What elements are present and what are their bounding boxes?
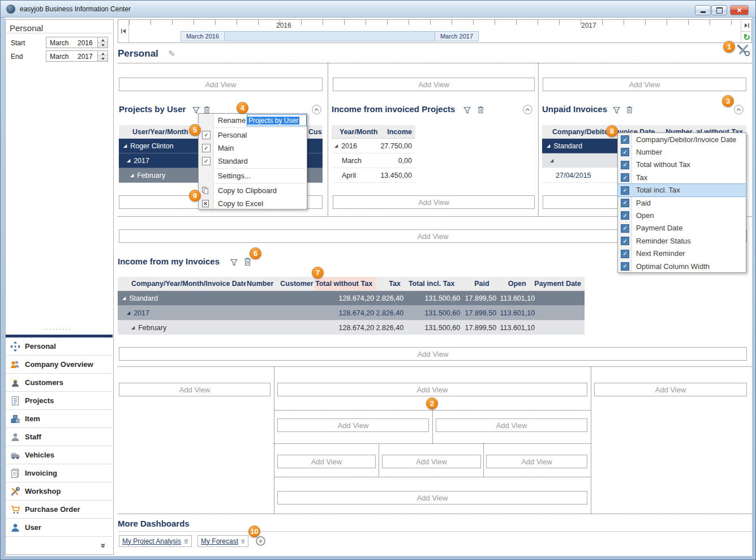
add-view-button[interactable]: Add View <box>594 383 747 396</box>
add-view-button[interactable]: Add View <box>277 491 587 505</box>
menu-item-standard[interactable]: ✓ Standard <box>199 155 307 168</box>
filter-icon[interactable] <box>230 258 238 268</box>
collapse-chevron-button[interactable] <box>523 105 532 117</box>
expander-icon[interactable]: ◢ <box>547 144 550 148</box>
column-header[interactable]: Payment Date <box>530 277 585 290</box>
expander-icon[interactable]: ◢ <box>123 144 127 148</box>
menu-item-column[interactable]: ✓Open <box>618 209 746 221</box>
expand-more-icon[interactable]: » <box>99 543 109 548</box>
checkbox-checked-icon[interactable]: ✓ <box>621 161 629 169</box>
collapse-chevron-button[interactable] <box>734 105 744 117</box>
checkbox-checked-icon[interactable]: ✓ <box>621 199 629 207</box>
checkbox-checked-icon[interactable]: ✓ <box>621 186 629 195</box>
add-view-button[interactable]: Add View <box>277 455 376 468</box>
menu-item-column[interactable]: ✓Next Reminder <box>618 247 746 260</box>
add-view-button[interactable]: Add View <box>486 455 587 468</box>
checkbox-checked-icon[interactable]: ✓ <box>621 262 629 271</box>
add-view-button[interactable]: Add View <box>333 78 535 91</box>
collapse-chevron-button[interactable] <box>312 105 321 117</box>
menu-item-column-highlighted[interactable]: ✓Total incl. Tax <box>618 184 746 196</box>
sidebar-item-company-overview[interactable]: Company Overview <box>6 356 113 374</box>
checkbox-checked-icon[interactable]: ✓ <box>202 131 211 139</box>
checkbox-checked-icon[interactable]: ✓ <box>621 237 629 245</box>
range-end-handle[interactable]: March 2017 <box>435 31 479 41</box>
expander-icon[interactable]: ◢ <box>122 296 126 301</box>
range-start-handle[interactable]: March 2016 <box>181 31 225 41</box>
menu-item-column[interactable]: ✓Total without Tax <box>618 159 746 171</box>
filter-icon[interactable] <box>463 106 471 116</box>
timeline-skip-left-button[interactable] <box>118 19 129 43</box>
menu-item-column[interactable]: ✓Payment Date <box>618 222 746 234</box>
add-view-button[interactable]: Add View <box>436 418 587 432</box>
dashboard-link-my-project-analysis[interactable]: My Project Analysis <box>119 535 192 547</box>
menu-item-column[interactable]: ✓Tax <box>618 171 746 183</box>
menu-item-column[interactable]: ✓Number <box>618 146 746 158</box>
checkbox-checked-icon[interactable]: ✓ <box>621 173 629 182</box>
sidebar-item-invoicing[interactable]: Invoicing <box>6 464 113 482</box>
expander-icon[interactable]: ◢ <box>131 326 135 330</box>
table-row[interactable]: ◢ Standard 128.674,20 2.826,40 131.500,6… <box>118 291 585 306</box>
trash-icon[interactable] <box>243 257 252 268</box>
link-label[interactable]: My Forecast <box>201 537 238 545</box>
add-view-button[interactable]: Add View <box>277 383 587 396</box>
menu-item-rename[interactable]: Rename Projects by User <box>199 114 307 127</box>
expander-icon[interactable]: ◢ <box>334 144 338 148</box>
expander-icon[interactable]: ◢ <box>127 311 130 315</box>
expander-icon[interactable]: ◢ <box>127 159 130 163</box>
splitter-handle[interactable]: ········· <box>35 326 80 332</box>
timeline-skip-right-button[interactable] <box>741 19 752 31</box>
trash-icon[interactable] <box>626 105 633 116</box>
checkbox-checked-icon[interactable]: ✓ <box>621 211 629 220</box>
add-view-button[interactable]: Add View <box>382 455 481 468</box>
menu-item-settings[interactable]: Settings... <box>199 169 307 182</box>
sidebar-item-purchase-order[interactable]: Purchase Order <box>6 501 113 519</box>
trash-icon[interactable] <box>241 537 245 545</box>
add-view-button[interactable]: Add View <box>543 78 746 91</box>
add-view-button[interactable]: Add View <box>333 195 535 209</box>
trash-icon[interactable] <box>477 105 484 116</box>
column-header[interactable]: User/Year/Month <box>119 125 188 138</box>
table-row[interactable]: ◢ 2017 128.674,20 2.826,40 131.500,60 17… <box>118 306 585 320</box>
trash-icon[interactable] <box>184 537 188 545</box>
checkbox-checked-icon[interactable]: ✓ <box>621 224 629 233</box>
table-row[interactable]: April 13.450,00 <box>332 168 415 183</box>
menu-item-column[interactable]: ✓Company/Debitor/Invoice Date <box>618 133 746 146</box>
end-date-spinner[interactable]: March 2017 <box>46 50 108 62</box>
checkbox-checked-icon[interactable]: ✓ <box>621 250 629 258</box>
checkbox-checked-icon[interactable]: ✓ <box>621 135 629 144</box>
column-header[interactable]: Year/Month <box>332 125 377 138</box>
table-header[interactable]: Year/Month Income <box>332 125 415 139</box>
menu-item-copy-to-excel[interactable]: Copy to Excel <box>199 197 307 210</box>
column-header[interactable]: Customer <box>277 277 315 290</box>
menu-item-optimal-column-width[interactable]: ✓Optimal Column Width <box>618 260 746 272</box>
add-view-button[interactable]: Add View <box>119 383 270 396</box>
column-header[interactable]: Cus <box>308 125 322 138</box>
table-row[interactable]: ◢ February 128.674,20 2.826,40 131.500,6… <box>118 320 585 335</box>
column-header[interactable]: Company/Year/Month/Invoice Date <box>118 277 246 290</box>
close-button[interactable]: ✕ <box>730 5 749 15</box>
add-dashboard-button[interactable]: + <box>256 536 265 546</box>
column-header[interactable]: Paid <box>458 277 492 290</box>
sidebar-item-customers[interactable]: Customers <box>6 374 113 392</box>
sidebar-item-projects[interactable]: Projects <box>6 392 113 410</box>
minimize-button[interactable] <box>695 5 711 15</box>
link-label[interactable]: My Project Analysis <box>122 537 181 545</box>
refresh-button[interactable]: ↻ <box>741 31 752 43</box>
edit-pencil-icon[interactable]: ✎ <box>168 49 175 59</box>
checkbox-checked-icon[interactable]: ✓ <box>621 148 629 156</box>
dashboard-link-my-forecast[interactable]: My Forecast <box>197 535 248 547</box>
sidebar-item-user[interactable]: User <box>6 519 113 537</box>
table-row[interactable]: March 0,00 <box>332 153 415 168</box>
column-header[interactable]: Income <box>377 125 415 138</box>
sidebar-item-item[interactable]: Item <box>6 410 113 428</box>
column-header[interactable]: Number <box>246 277 277 290</box>
column-header-highlighted[interactable]: Total without Tax <box>315 277 376 290</box>
timeline-range-selector[interactable] <box>181 31 479 41</box>
table-header[interactable]: Company/Year/Month/Invoice Date Number C… <box>118 277 585 291</box>
menu-item-personal[interactable]: ✓ Personal <box>199 129 307 142</box>
column-header[interactable]: Tax <box>376 277 404 290</box>
column-header[interactable]: Total incl. Tax <box>404 277 458 290</box>
sidebar-item-staff[interactable]: Staff <box>6 428 113 446</box>
column-header[interactable]: Open <box>493 277 530 290</box>
menu-item-column[interactable]: ✓Paid <box>618 196 746 209</box>
